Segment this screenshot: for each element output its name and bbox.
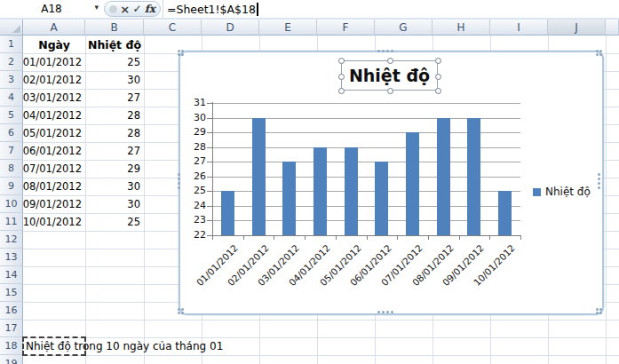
cell-B1[interactable]: Nhiệt độ (85, 36, 144, 53)
y-axis-label: 30 (181, 112, 206, 123)
chart-handle-corner[interactable] (596, 50, 602, 56)
column-header-E[interactable]: E (259, 20, 317, 36)
cell-B10[interactable]: 30 (85, 195, 144, 213)
legend-label: Nhiệt độ (545, 186, 591, 198)
chart-handle-corner[interactable] (178, 50, 184, 56)
chart-bar-09/01/2012[interactable] (467, 118, 480, 235)
cell-B5[interactable]: 28 (85, 107, 144, 124)
chart-handle-bottom[interactable] (377, 311, 393, 313)
column-header-G[interactable]: G (375, 20, 433, 36)
select-all-corner[interactable] (0, 20, 23, 36)
name-box-value: A18 (41, 3, 61, 15)
enter-icon[interactable]: ✓ (132, 4, 141, 14)
y-axis-line (212, 102, 213, 235)
row-header-14[interactable]: 14 (0, 266, 23, 284)
chart-title[interactable]: Nhiệt độ (341, 60, 438, 91)
chart-handle-top[interactable] (377, 50, 393, 52)
row-header-16[interactable]: 16 (0, 302, 23, 320)
chart-bar-08/01/2012[interactable] (437, 118, 450, 235)
column-header-C[interactable]: C (144, 20, 202, 36)
row-header-12[interactable]: 12 (0, 231, 23, 249)
x-axis-tick (428, 235, 429, 240)
selection-handle[interactable] (387, 88, 393, 94)
column-header-H[interactable]: H (433, 20, 490, 36)
selection-handle[interactable] (435, 74, 441, 80)
cell-B2[interactable]: 25 (85, 53, 144, 71)
x-axis-tick (397, 235, 398, 240)
chart-handle-left[interactable] (178, 173, 180, 189)
gridline-vertical (144, 36, 145, 364)
column-header-partial[interactable] (606, 20, 619, 36)
chart-bar-01/01/2012[interactable] (221, 191, 234, 235)
chart-bar-02/01/2012[interactable] (252, 118, 266, 235)
selection-handle[interactable] (338, 74, 345, 80)
cell-A2[interactable]: 01/01/2012 (23, 53, 85, 71)
chart-bar-05/01/2012[interactable] (345, 147, 358, 235)
y-axis-label: 29 (181, 126, 206, 138)
row-header-11[interactable]: 11 (0, 213, 23, 231)
cancel-icon[interactable]: × (120, 4, 130, 15)
chart-handle-corner[interactable] (596, 308, 602, 314)
selection-handle[interactable] (338, 58, 345, 64)
row-header-4[interactable]: 4 (0, 89, 23, 107)
cell-A10[interactable]: 09/01/2012 (23, 195, 85, 213)
cell-B6[interactable]: 28 (85, 124, 144, 142)
row-header-2[interactable]: 2 (0, 53, 23, 71)
row-header-1[interactable]: 1 (0, 36, 23, 53)
row-header-17[interactable]: 17 (0, 320, 23, 337)
row-header-6[interactable]: 6 (0, 124, 23, 142)
x-axis-tick (367, 235, 368, 240)
cell-B11[interactable]: 25 (85, 213, 144, 231)
row-header-18[interactable]: 18 (0, 337, 23, 355)
temperature-chart[interactable]: Nhiệt độ 2223242526272829303101/01/20120… (179, 51, 604, 315)
row-header-7[interactable]: 7 (0, 142, 23, 160)
chart-handle-right[interactable] (598, 173, 600, 189)
cell-A1[interactable]: Ngày (23, 36, 85, 53)
chart-bar-04/01/2012[interactable] (313, 147, 327, 235)
cell-A4[interactable]: 03/01/2012 (23, 89, 85, 107)
cell-A8[interactable]: 07/01/2012 (23, 160, 85, 178)
cell-B8[interactable]: 29 (85, 160, 144, 178)
chart-bar-03/01/2012[interactable] (282, 162, 296, 235)
row-header-19[interactable]: 19 (0, 355, 23, 364)
chart-bar-10/01/2012[interactable] (498, 191, 512, 235)
cell-A7[interactable]: 06/01/2012 (23, 142, 85, 160)
row-header-10[interactable]: 10 (0, 195, 23, 213)
gridline-horizontal (23, 355, 619, 356)
row-header-15[interactable]: 15 (0, 284, 23, 302)
column-header-B[interactable]: B (85, 20, 144, 36)
chart-bar-07/01/2012[interactable] (406, 132, 419, 235)
cell-B3[interactable]: 30 (85, 71, 144, 89)
column-header-J[interactable]: J (548, 20, 606, 36)
chart-bar-06/01/2012[interactable] (375, 162, 388, 235)
row-header-13[interactable]: 13 (0, 249, 23, 266)
row-header-9[interactable]: 9 (0, 178, 23, 195)
cell-A5[interactable]: 04/01/2012 (23, 107, 85, 124)
formula-input[interactable]: =Sheet1!$A$18 (163, 0, 619, 18)
cell-B4[interactable]: 27 (85, 89, 144, 107)
x-axis-tick (520, 235, 521, 240)
cell-A6[interactable]: 05/01/2012 (23, 124, 85, 142)
cell-A9[interactable]: 08/01/2012 (23, 178, 85, 195)
cell-A3[interactable]: 02/01/2012 (23, 71, 85, 89)
selection-handle[interactable] (387, 58, 393, 64)
cell-B7[interactable]: 27 (85, 142, 144, 160)
row-header-8[interactable]: 8 (0, 160, 23, 178)
name-box[interactable]: A18 ▾ (0, 0, 103, 18)
column-header-D[interactable]: D (202, 20, 259, 36)
chart-handle-corner[interactable] (178, 308, 184, 314)
selection-handle[interactable] (435, 58, 441, 64)
column-header-I[interactable]: I (490, 20, 548, 36)
cell-A11[interactable]: 10/01/2012 (23, 213, 85, 231)
cell-B9[interactable]: 30 (85, 178, 144, 195)
selection-handle[interactable] (338, 88, 345, 94)
chart-legend[interactable]: Nhiệt độ (533, 186, 591, 198)
selection-handle[interactable] (435, 88, 441, 94)
y-axis-label: 31 (181, 97, 206, 108)
name-box-dropdown-icon[interactable]: ▾ (94, 3, 99, 12)
row-header-5[interactable]: 5 (0, 107, 23, 124)
column-header-A[interactable]: A (23, 20, 85, 36)
row-header-3[interactable]: 3 (0, 71, 23, 89)
column-header-F[interactable]: F (317, 20, 375, 36)
insert-function-icon[interactable]: fx (145, 4, 155, 14)
